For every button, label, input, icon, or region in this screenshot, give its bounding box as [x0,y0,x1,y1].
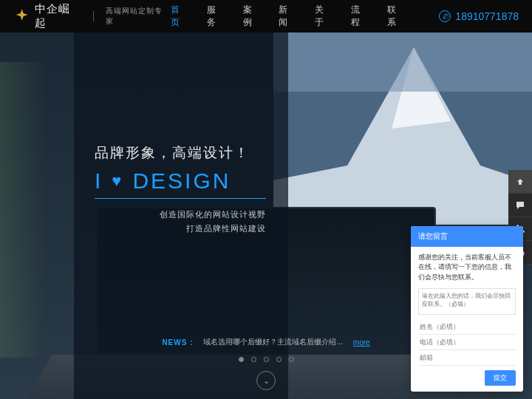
header-phone[interactable]: ✆ 18910771878 [439,10,519,22]
logo-divider [93,11,94,21]
back-to-top-button[interactable] [508,170,532,194]
dot-2[interactable] [251,357,256,362]
chat-submit-button[interactable]: 提交 [485,370,516,386]
design-word: DESIGN [132,168,231,194]
dot-3[interactable] [264,357,269,362]
nav-services[interactable]: 服务 [205,0,225,39]
mountain-image [273,33,532,225]
hero-title: 品牌形象，高端设计！ [95,143,266,163]
speech-icon [515,200,525,211]
chevron-down-icon: ⌄ [263,376,270,386]
side-chat-button[interactable] [508,194,532,217]
hero-sub-2: 打造品牌性网站建设 [95,222,266,236]
nav-process[interactable]: 流程 [349,0,369,39]
news-more-link[interactable]: more [353,338,370,347]
dot-1[interactable] [239,357,244,362]
logo-icon [13,7,30,25]
phone-number: 18910771878 [455,10,519,22]
nav-about[interactable]: 关于 [313,0,333,39]
chat-widget: 请您留言 感谢您的关注，当前客服人员不在线，请填写一下您的信息，我们会尽快与您联… [411,226,523,392]
dot-4[interactable] [276,357,282,362]
hero-subtitle: 创造国际化的网站设计视野 打造品牌性网站建设 [95,208,266,236]
chat-header[interactable]: 请您留言 [411,226,523,247]
nav-home[interactable]: 首页 [169,0,189,39]
bg-plant-left [0,62,44,358]
arrow-up-icon [516,177,525,186]
chat-phone-input[interactable] [418,335,516,350]
news-text[interactable]: 域名选用哪个后缀好？主流域名后缀介绍... [203,337,342,347]
heart-icon: ♥ [112,171,123,191]
hero-sub-1: 创造国际化的网站设计视野 [95,208,266,222]
main-nav: 首页 服务 案例 新闻 关于 流程 联系 ✆ 18910771878 [169,0,519,39]
logo-subtitle: 高端网站定制专家 [106,6,169,27]
svg-rect-3 [273,33,532,92]
chat-name-input[interactable] [418,319,516,335]
nav-cases[interactable]: 案例 [242,0,262,39]
dot-5[interactable] [289,357,294,362]
nav-contact[interactable]: 联系 [386,0,406,39]
nav-news[interactable]: 新闻 [277,0,297,39]
logo-text: 中企崛起 [35,2,81,30]
chat-email-input[interactable] [418,350,516,366]
phone-circle-icon: ✆ [439,10,451,22]
design-prefix: I [95,168,103,194]
hero-underline [95,198,266,199]
hero-design-text: I ♥ DESIGN [95,168,266,194]
chat-body: 感谢您的关注，当前客服人员不在线，请填写一下您的信息，我们会尽快与您联系。 提交 [411,247,523,392]
scroll-down-button[interactable]: ⌄ [256,371,276,390]
chat-message-input[interactable] [418,288,516,315]
news-label: NEWS : [162,338,193,347]
logo[interactable]: 中企崛起 高端网站定制专家 [13,2,169,30]
chat-greeting: 感谢您的关注，当前客服人员不在线，请填写一下您的信息，我们会尽快与您联系。 [418,253,516,283]
header: 中企崛起 高端网站定制专家 首页 服务 案例 新闻 关于 流程 联系 ✆ 189… [0,0,532,33]
